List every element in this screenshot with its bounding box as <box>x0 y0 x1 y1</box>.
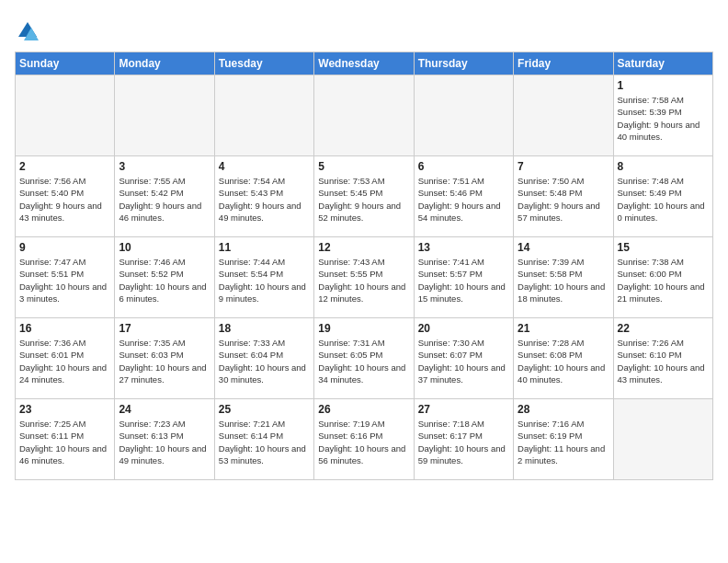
day-info: Sunrise: 7:46 AM Sunset: 5:52 PM Dayligh… <box>119 256 210 304</box>
day-info: Sunrise: 7:47 AM Sunset: 5:51 PM Dayligh… <box>19 256 110 304</box>
day-number: 8 <box>618 160 709 173</box>
day-number: 18 <box>219 322 310 335</box>
day-info: Sunrise: 7:28 AM Sunset: 6:08 PM Dayligh… <box>518 337 609 385</box>
calendar-week-row: 23Sunrise: 7:25 AM Sunset: 6:11 PM Dayli… <box>16 399 713 480</box>
calendar-day-18: 18Sunrise: 7:33 AM Sunset: 6:04 PM Dayli… <box>214 318 313 399</box>
day-number: 23 <box>19 403 110 416</box>
calendar-day-empty <box>414 75 513 156</box>
day-number: 19 <box>318 322 409 335</box>
day-info: Sunrise: 7:36 AM Sunset: 6:01 PM Dayligh… <box>19 337 110 385</box>
day-number: 4 <box>219 160 310 173</box>
calendar-day-23: 23Sunrise: 7:25 AM Sunset: 6:11 PM Dayli… <box>16 399 115 480</box>
day-info: Sunrise: 7:16 AM Sunset: 6:19 PM Dayligh… <box>518 418 609 466</box>
day-info: Sunrise: 7:25 AM Sunset: 6:11 PM Dayligh… <box>19 418 110 466</box>
calendar-day-24: 24Sunrise: 7:23 AM Sunset: 6:13 PM Dayli… <box>115 399 214 480</box>
day-info: Sunrise: 7:41 AM Sunset: 5:57 PM Dayligh… <box>418 256 509 304</box>
day-number: 11 <box>219 241 310 254</box>
calendar-day-20: 20Sunrise: 7:30 AM Sunset: 6:07 PM Dayli… <box>414 318 513 399</box>
day-info: Sunrise: 7:51 AM Sunset: 5:46 PM Dayligh… <box>418 175 509 224</box>
calendar-day-empty <box>514 75 613 156</box>
day-number: 20 <box>418 322 509 335</box>
day-info: Sunrise: 7:58 AM Sunset: 5:39 PM Dayligh… <box>618 94 709 143</box>
calendar-week-row: 16Sunrise: 7:36 AM Sunset: 6:01 PM Dayli… <box>16 318 713 399</box>
day-info: Sunrise: 7:33 AM Sunset: 6:04 PM Dayligh… <box>219 337 310 385</box>
logo-icon <box>15 18 40 44</box>
day-info: Sunrise: 7:54 AM Sunset: 5:43 PM Dayligh… <box>219 175 310 224</box>
calendar-day-13: 13Sunrise: 7:41 AM Sunset: 5:57 PM Dayli… <box>414 237 513 318</box>
weekday-header-row: SundayMondayTuesdayWednesdayThursdayFrid… <box>16 52 713 75</box>
calendar-day-15: 15Sunrise: 7:38 AM Sunset: 6:00 PM Dayli… <box>613 237 712 318</box>
calendar-day-25: 25Sunrise: 7:21 AM Sunset: 6:14 PM Dayli… <box>214 399 313 480</box>
day-number: 14 <box>518 241 609 254</box>
day-number: 6 <box>418 160 509 173</box>
day-info: Sunrise: 7:50 AM Sunset: 5:48 PM Dayligh… <box>518 175 609 224</box>
day-info: Sunrise: 7:38 AM Sunset: 6:00 PM Dayligh… <box>618 256 709 304</box>
day-number: 3 <box>119 160 210 173</box>
weekday-header-friday: Friday <box>514 52 613 75</box>
calendar-day-8: 8Sunrise: 7:48 AM Sunset: 5:49 PM Daylig… <box>613 156 712 237</box>
day-info: Sunrise: 7:31 AM Sunset: 6:05 PM Dayligh… <box>318 337 409 385</box>
calendar-day-16: 16Sunrise: 7:36 AM Sunset: 6:01 PM Dayli… <box>16 318 115 399</box>
day-info: Sunrise: 7:21 AM Sunset: 6:14 PM Dayligh… <box>219 418 310 466</box>
calendar-day-empty <box>613 399 712 480</box>
day-number: 26 <box>318 403 409 416</box>
day-info: Sunrise: 7:39 AM Sunset: 5:58 PM Dayligh… <box>518 256 609 304</box>
day-number: 28 <box>518 403 609 416</box>
calendar-day-22: 22Sunrise: 7:26 AM Sunset: 6:10 PM Dayli… <box>613 318 712 399</box>
day-number: 9 <box>19 241 110 254</box>
day-number: 1 <box>618 79 709 92</box>
calendar-day-empty <box>314 75 414 156</box>
calendar-day-3: 3Sunrise: 7:55 AM Sunset: 5:42 PM Daylig… <box>115 156 214 237</box>
calendar-day-2: 2Sunrise: 7:56 AM Sunset: 5:40 PM Daylig… <box>16 156 115 237</box>
calendar-day-9: 9Sunrise: 7:47 AM Sunset: 5:51 PM Daylig… <box>16 237 115 318</box>
calendar-table: SundayMondayTuesdayWednesdayThursdayFrid… <box>15 52 713 480</box>
calendar-day-10: 10Sunrise: 7:46 AM Sunset: 5:52 PM Dayli… <box>115 237 214 318</box>
day-info: Sunrise: 7:44 AM Sunset: 5:54 PM Dayligh… <box>219 256 310 304</box>
weekday-header-saturday: Saturday <box>613 52 712 75</box>
day-info: Sunrise: 7:43 AM Sunset: 5:55 PM Dayligh… <box>318 256 409 304</box>
calendar-day-21: 21Sunrise: 7:28 AM Sunset: 6:08 PM Dayli… <box>514 318 613 399</box>
logo <box>15 18 44 44</box>
day-info: Sunrise: 7:19 AM Sunset: 6:16 PM Dayligh… <box>318 418 409 466</box>
weekday-header-monday: Monday <box>115 52 214 75</box>
day-number: 13 <box>418 241 509 254</box>
calendar-day-empty <box>214 75 313 156</box>
day-number: 5 <box>318 160 409 173</box>
weekday-header-wednesday: Wednesday <box>314 52 414 75</box>
day-info: Sunrise: 7:30 AM Sunset: 6:07 PM Dayligh… <box>418 337 509 385</box>
calendar-week-row: 9Sunrise: 7:47 AM Sunset: 5:51 PM Daylig… <box>16 237 713 318</box>
calendar-day-19: 19Sunrise: 7:31 AM Sunset: 6:05 PM Dayli… <box>314 318 414 399</box>
day-info: Sunrise: 7:56 AM Sunset: 5:40 PM Dayligh… <box>19 175 110 224</box>
calendar-week-row: 2Sunrise: 7:56 AM Sunset: 5:40 PM Daylig… <box>16 156 713 237</box>
day-info: Sunrise: 7:23 AM Sunset: 6:13 PM Dayligh… <box>119 418 210 466</box>
day-info: Sunrise: 7:48 AM Sunset: 5:49 PM Dayligh… <box>618 175 709 224</box>
calendar-day-17: 17Sunrise: 7:35 AM Sunset: 6:03 PM Dayli… <box>115 318 214 399</box>
calendar-day-26: 26Sunrise: 7:19 AM Sunset: 6:16 PM Dayli… <box>314 399 414 480</box>
weekday-header-thursday: Thursday <box>414 52 513 75</box>
calendar-day-4: 4Sunrise: 7:54 AM Sunset: 5:43 PM Daylig… <box>214 156 313 237</box>
day-number: 25 <box>219 403 310 416</box>
calendar-day-12: 12Sunrise: 7:43 AM Sunset: 5:55 PM Dayli… <box>314 237 414 318</box>
calendar-day-empty <box>115 75 214 156</box>
day-info: Sunrise: 7:55 AM Sunset: 5:42 PM Dayligh… <box>119 175 210 224</box>
day-info: Sunrise: 7:18 AM Sunset: 6:17 PM Dayligh… <box>418 418 509 466</box>
calendar-day-6: 6Sunrise: 7:51 AM Sunset: 5:46 PM Daylig… <box>414 156 513 237</box>
day-number: 22 <box>618 322 709 335</box>
day-number: 7 <box>518 160 609 173</box>
calendar-day-empty <box>16 75 115 156</box>
day-number: 24 <box>119 403 210 416</box>
day-number: 2 <box>19 160 110 173</box>
calendar-day-7: 7Sunrise: 7:50 AM Sunset: 5:48 PM Daylig… <box>514 156 613 237</box>
calendar-day-11: 11Sunrise: 7:44 AM Sunset: 5:54 PM Dayli… <box>214 237 313 318</box>
day-number: 27 <box>418 403 509 416</box>
day-info: Sunrise: 7:26 AM Sunset: 6:10 PM Dayligh… <box>618 337 709 385</box>
day-info: Sunrise: 7:53 AM Sunset: 5:45 PM Dayligh… <box>318 175 409 224</box>
day-number: 12 <box>318 241 409 254</box>
weekday-header-sunday: Sunday <box>16 52 115 75</box>
day-info: Sunrise: 7:35 AM Sunset: 6:03 PM Dayligh… <box>119 337 210 385</box>
calendar-day-14: 14Sunrise: 7:39 AM Sunset: 5:58 PM Dayli… <box>514 237 613 318</box>
calendar-day-1: 1Sunrise: 7:58 AM Sunset: 5:39 PM Daylig… <box>613 75 712 156</box>
calendar-week-row: 1Sunrise: 7:58 AM Sunset: 5:39 PM Daylig… <box>16 75 713 156</box>
weekday-header-tuesday: Tuesday <box>214 52 313 75</box>
day-number: 17 <box>119 322 210 335</box>
